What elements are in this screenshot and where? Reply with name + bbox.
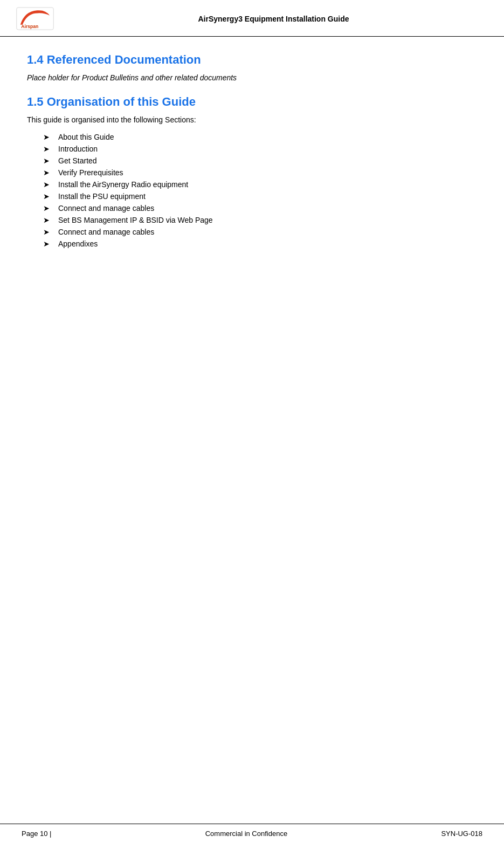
footer-right: SYN-UG-018 <box>441 830 482 838</box>
bullet-arrow-icon: ➤ <box>43 145 52 153</box>
header-title: AirSynergy3 Equipment Installation Guide <box>65 15 482 23</box>
bullet-arrow-icon: ➤ <box>43 216 52 224</box>
list-item: ➤Install the AirSynergy Radio equipment <box>43 180 477 189</box>
list-item-text: Install the PSU equipment <box>58 192 146 201</box>
bullet-arrow-icon: ➤ <box>43 239 52 248</box>
section-1-5-list: ➤About this Guide➤Introduction➤Get Start… <box>43 133 477 248</box>
list-item-text: Set BS Management IP & BSID via Web Page <box>58 216 213 224</box>
section-1-5: 1.5 Organisation of this Guide This guid… <box>27 95 477 248</box>
list-item: ➤Set BS Management IP & BSID via Web Pag… <box>43 216 477 224</box>
list-item-text: Introduction <box>58 145 98 153</box>
bullet-arrow-icon: ➤ <box>43 156 52 165</box>
section-1-4-heading: 1.4 Referenced Documentation <box>27 53 477 67</box>
list-item: ➤Introduction <box>43 145 477 153</box>
list-item-text: Verify Prerequisites <box>58 168 123 177</box>
bullet-arrow-icon: ➤ <box>43 180 52 189</box>
page-header: Airspan AirSynergy3 Equipment Installati… <box>0 0 504 37</box>
list-item: ➤Appendixes <box>43 239 477 248</box>
section-1-5-heading: 1.5 Organisation of this Guide <box>27 95 477 109</box>
footer-center: Commercial in Confidence <box>205 830 287 838</box>
section-1-5-intro: This guide is organised into the followi… <box>27 115 477 124</box>
list-item-text: About this Guide <box>58 133 114 141</box>
list-item: ➤Connect and manage cables <box>43 228 477 236</box>
bullet-arrow-icon: ➤ <box>43 228 52 236</box>
section-1-4: 1.4 Referenced Documentation Place holde… <box>27 53 477 82</box>
bullet-arrow-icon: ➤ <box>43 192 52 201</box>
list-item: ➤Install the PSU equipment <box>43 192 477 201</box>
page-footer: Page 10 | Commercial in Confidence SYN-U… <box>0 824 504 843</box>
footer-left: Page 10 | <box>22 830 51 838</box>
list-item: ➤Get Started <box>43 156 477 165</box>
list-item-text: Connect and manage cables <box>58 228 154 236</box>
page-container: Airspan AirSynergy3 Equipment Installati… <box>0 0 504 843</box>
list-item-text: Install the AirSynergy Radio equipment <box>58 180 188 189</box>
bullet-arrow-icon: ➤ <box>43 133 52 141</box>
list-item: ➤Connect and manage cables <box>43 204 477 213</box>
list-item-text: Appendixes <box>58 239 98 248</box>
airspan-logo: Airspan <box>16 6 54 31</box>
bullet-arrow-icon: ➤ <box>43 168 52 177</box>
list-item: ➤About this Guide <box>43 133 477 141</box>
list-item-text: Connect and manage cables <box>58 204 154 213</box>
main-content: 1.4 Referenced Documentation Place holde… <box>0 37 504 284</box>
list-item: ➤Verify Prerequisites <box>43 168 477 177</box>
section-1-4-subtitle: Place holder for Product Bulletins and o… <box>27 73 477 82</box>
logo-container: Airspan <box>16 6 54 31</box>
list-item-text: Get Started <box>58 156 97 165</box>
bullet-arrow-icon: ➤ <box>43 204 52 213</box>
svg-text:Airspan: Airspan <box>21 24 38 29</box>
